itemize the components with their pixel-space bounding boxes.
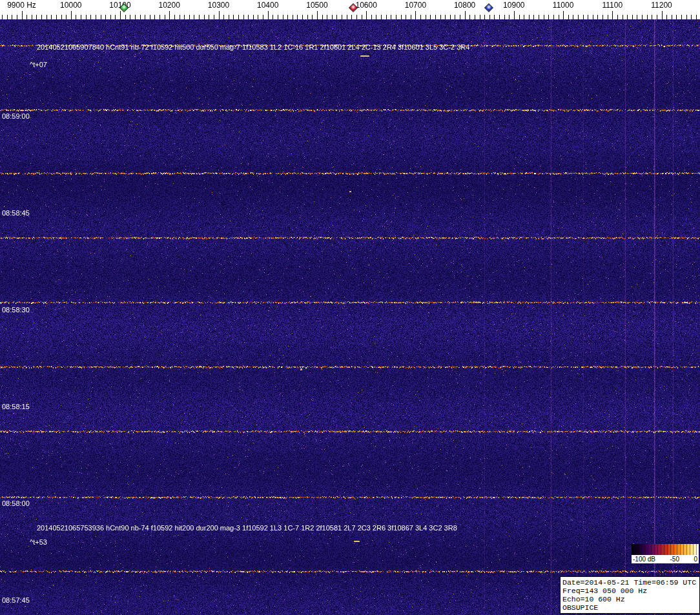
axis-minor-tick [519, 15, 520, 19]
axis-tick-label: 10900 [503, 1, 524, 10]
axis-tick-label: 10300 [208, 1, 229, 10]
axis-minor-tick [489, 15, 490, 19]
time-label: 08:59:00 [2, 112, 30, 120]
axis-minor-tick [411, 15, 411, 19]
axis-minor-tick [150, 15, 150, 19]
axis-minor-tick [302, 15, 303, 19]
axis-tick-label: 10400 [257, 1, 278, 10]
axis-minor-tick [657, 15, 657, 19]
axis-minor-tick [81, 15, 81, 19]
axis-minor-tick [135, 15, 136, 19]
axis-minor-tick [420, 15, 421, 19]
axis-minor-tick [90, 15, 91, 19]
axis-minor-tick [125, 15, 126, 19]
axis-minor-tick [253, 15, 254, 19]
axis-minor-tick [583, 15, 584, 19]
time-label: 08:58:00 [2, 499, 30, 507]
axis-minor-tick [632, 15, 633, 19]
axis-minor-tick [469, 15, 470, 19]
axis-minor-tick [455, 15, 455, 19]
axis-minor-tick [529, 15, 530, 19]
axis-minor-tick [553, 15, 554, 19]
colorbar-label-mid: -50 [670, 556, 679, 563]
axis-minor-tick [209, 15, 209, 19]
axis-tick-label: 10000 [60, 1, 81, 10]
axis-minor-tick [578, 15, 579, 19]
axis-minor-tick [406, 15, 406, 19]
axis-minor-tick [2, 15, 3, 19]
axis-minor-tick [263, 15, 263, 19]
axis-minor-tick [356, 15, 357, 19]
axis-minor-tick [130, 15, 130, 19]
axis-minor-tick [140, 15, 141, 19]
detection-annotation: 20140521065907840 hCnt91 nb-72 f10592 hi… [37, 43, 469, 51]
colorbar-labels: -100 dB -50 0 [632, 555, 699, 563]
axis-minor-tick [637, 15, 637, 19]
axis-minor-tick [484, 15, 485, 19]
colorbar-label-max: 0 [694, 556, 697, 563]
axis-minor-tick [36, 15, 37, 19]
axis-minor-tick [17, 15, 17, 19]
axis-minor-tick [539, 15, 539, 19]
axis-major-tick [71, 11, 72, 19]
axis-minor-tick [233, 15, 234, 19]
axis-minor-tick [7, 15, 8, 19]
time-label: 08:58:15 [2, 403, 30, 410]
axis-tick-label: 11000 [553, 1, 573, 10]
axis-minor-tick [440, 15, 441, 19]
axis-minor-tick [593, 15, 593, 19]
axis-minor-tick [189, 15, 190, 19]
axis-major-tick [415, 11, 416, 19]
axis-minor-tick [597, 15, 598, 19]
axis-minor-tick [46, 15, 47, 19]
axis-minor-tick [214, 15, 214, 19]
axis-minor-tick [105, 15, 106, 19]
axis-minor-tick [293, 15, 293, 19]
axis-minor-tick [391, 15, 391, 19]
axis-minor-tick [229, 15, 229, 19]
axis-minor-tick [475, 15, 475, 19]
axis-minor-tick [588, 15, 588, 19]
axis-minor-tick [278, 15, 278, 19]
axis-minor-tick [686, 15, 687, 19]
axis-minor-tick [287, 15, 288, 19]
axis-major-tick [120, 11, 121, 19]
axis-major-tick [317, 11, 318, 19]
spectrogram-area: 08:59:0008:58:4508:58:3008:58:1508:58:00… [0, 19, 700, 615]
axis-minor-tick [568, 15, 569, 19]
axis-minor-tick [499, 15, 500, 19]
axis-minor-tick [672, 15, 672, 19]
axis-tick-label: 10500 [306, 1, 327, 10]
axis-minor-tick [627, 15, 628, 19]
axis-minor-tick [101, 15, 101, 19]
axis-minor-tick [617, 15, 618, 19]
axis-minor-tick [642, 15, 643, 19]
intensity-colorbar: -100 dB -50 0 [632, 544, 699, 563]
info-station-name: OBSUPICE [562, 603, 697, 612]
time-label: 08:58:30 [2, 306, 30, 314]
axis-minor-tick [160, 15, 160, 19]
axis-tick-label: 9900 Hz [7, 1, 36, 10]
freq-marker-blue[interactable] [484, 3, 493, 12]
axis-minor-tick [676, 15, 677, 19]
axis-minor-tick [115, 15, 116, 19]
axis-minor-tick [602, 15, 603, 19]
axis-minor-tick [154, 15, 155, 19]
axis-minor-tick [351, 15, 352, 19]
axis-minor-tick [332, 15, 333, 19]
axis-minor-tick [12, 15, 12, 19]
axis-tick-label: 10200 [159, 1, 180, 10]
axis-minor-tick [371, 15, 372, 19]
axis-minor-tick [96, 15, 96, 19]
axis-minor-tick [248, 15, 249, 19]
axis-minor-tick [386, 15, 387, 19]
axis-minor-tick [110, 15, 111, 19]
axis-minor-tick [548, 15, 549, 19]
detection-annotation: ^t+53 [30, 538, 47, 546]
axis-major-tick [465, 11, 466, 19]
axis-minor-tick [51, 15, 52, 19]
axis-major-tick [22, 11, 23, 19]
axis-minor-tick [544, 15, 544, 19]
axis-minor-tick [504, 15, 505, 19]
time-label: 08:58:45 [2, 209, 30, 217]
